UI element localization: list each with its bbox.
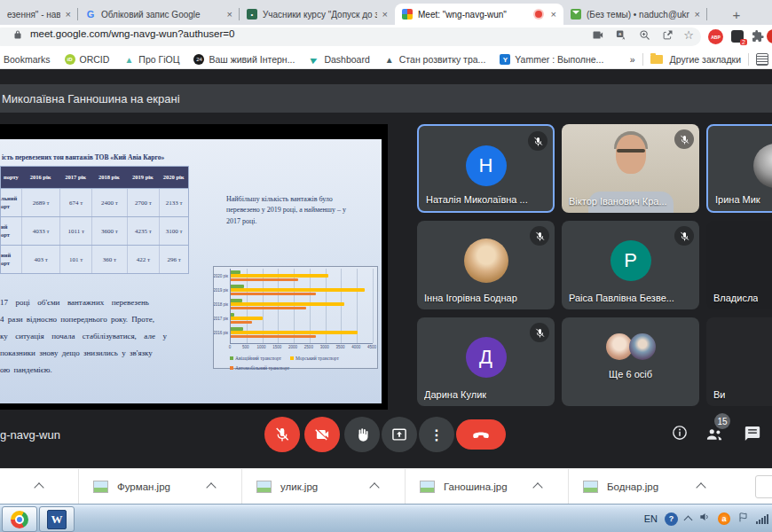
bookmark-label: Стан розвитку тра... [399, 54, 486, 65]
google-icon: G [85, 9, 96, 20]
image-file-icon [256, 481, 272, 493]
downloads-bar: Фурман.jpgулик.jpgГаношина.jpgБоднар.jpg [0, 468, 772, 504]
chart-legend: Авіаційний транспортМорський транспортАв… [230, 352, 375, 372]
browser-tab[interactable]: •Учасники курсу "Допуск до за [240, 4, 395, 25]
participant-tile[interactable]: PРаіса Павлівна Безве... [562, 221, 699, 309]
tab-close-icon[interactable] [695, 9, 700, 20]
taskbar-chrome-button[interactable] [2, 506, 37, 532]
bookmark-item[interactable]: iDORCID [65, 54, 110, 65]
chat-button[interactable] [744, 425, 761, 442]
help-tray-icon[interactable]: ? [665, 512, 678, 526]
new-tab-button[interactable]: + [726, 4, 747, 25]
tab-close-icon[interactable] [227, 9, 232, 20]
download-item[interactable]: Ганошина.jpg [405, 469, 568, 504]
url-text[interactable]: meet.google.com/wng-navg-wun?authuser=0 [30, 28, 234, 39]
meeting-details-button[interactable] [671, 424, 689, 442]
x-tick-label: 3000 [320, 345, 329, 349]
chevron-up-icon[interactable] [369, 482, 379, 492]
download-item[interactable]: Боднар.jpg [568, 469, 731, 504]
tab-close-icon[interactable] [382, 9, 388, 20]
bookmark-label: Dashboard [324, 54, 369, 65]
language-indicator[interactable]: EN [644, 513, 658, 524]
table-row: ий орт4033 т1011 т3600 т4235 т3100 т [1, 216, 188, 245]
bookmark-star-icon[interactable] [681, 27, 696, 42]
mic-muted-icon [674, 226, 694, 246]
table-cell: 101 т [59, 246, 91, 273]
bookmark-item[interactable]: YYammer : Выполне... [500, 54, 603, 65]
tab-title: езення" - навча [7, 10, 60, 20]
network-signal-icon[interactable] [756, 513, 768, 524]
translate-icon[interactable]: а [614, 27, 628, 42]
table-cell: 3100 т [159, 217, 188, 245]
image-file-icon [420, 481, 435, 493]
legend-swatch [290, 356, 294, 360]
more-options-button[interactable] [419, 417, 454, 452]
show-all-downloads-button[interactable] [755, 475, 772, 498]
meeting-code: g-navg-wun [0, 428, 60, 442]
participant-tile[interactable]: Ви [706, 317, 772, 406]
participant-tile[interactable]: ДДарина Кулик [417, 317, 555, 406]
avast-icon[interactable]: a [718, 512, 730, 525]
bookmark-item[interactable]: Bookmarks [4, 54, 51, 65]
zoom-icon[interactable] [637, 27, 651, 42]
presenting-banner-text: Миколаївна Ганношина на екрані [2, 92, 180, 106]
browser-tab[interactable]: езення" - навча [0, 4, 78, 25]
mic-mute-button[interactable] [264, 417, 300, 452]
shared-screen[interactable]: ість перевезених тон вантажів ТОВ «Кий А… [0, 124, 388, 410]
reading-list-icon[interactable] [756, 53, 768, 66]
bookmarks-overflow-icon[interactable]: » [630, 54, 635, 65]
bookmark-item[interactable]: 24Ваш живий Інтерн... [193, 54, 295, 65]
camera-in-use-icon[interactable] [590, 27, 604, 42]
participant-tile[interactable]: Ірина Мик [706, 124, 772, 213]
y-tick-label: 2016 рік [214, 331, 228, 335]
end-call-button[interactable] [456, 419, 506, 450]
other-bookmarks-label[interactable]: Другие закладки [670, 54, 741, 65]
chevron-up-icon[interactable] [206, 482, 216, 492]
taskbar-word-button[interactable]: W [39, 506, 75, 532]
table-body: льний орт2689 т674 т2400 т2700 т2133 тий… [1, 188, 188, 273]
present-screen-button[interactable] [382, 417, 417, 452]
chevron-up-icon[interactable] [532, 482, 542, 492]
tab-close-icon[interactable] [66, 9, 71, 20]
participant-name: Ірина Мик [715, 194, 760, 205]
extensions-puzzle-icon[interactable] [751, 29, 765, 43]
raise-hand-button[interactable] [344, 417, 380, 452]
tab-close-icon[interactable] [551, 9, 556, 20]
chevron-up-icon[interactable] [696, 482, 705, 492]
table-cell: 4235 т [127, 217, 160, 245]
participant-tile[interactable]: Владисла [706, 221, 772, 309]
download-filename: Боднар.jpg [607, 481, 658, 492]
profile-avatar[interactable] [767, 29, 772, 43]
camera-off-button[interactable] [304, 417, 340, 452]
download-item-partial[interactable] [0, 469, 78, 504]
participant-tile[interactable]: Інна Ігорівна Боднар [417, 221, 555, 309]
mail-icon [571, 9, 581, 20]
browser-tab[interactable]: GОбліковий запис Google [78, 4, 240, 25]
extension-icon[interactable]: 2 [731, 30, 744, 43]
participant-tile[interactable]: HНаталія Миколаївна ... [417, 124, 555, 213]
share-icon[interactable] [660, 27, 674, 42]
chevron-up-icon[interactable] [34, 482, 43, 492]
participant-name: Владисла [713, 293, 758, 303]
browser-tab[interactable]: (Без темы) • naduch@ukr.net [563, 4, 707, 25]
bookmark-item[interactable]: Dashboard [309, 54, 369, 65]
legend-item: Морський транспорт [290, 352, 339, 362]
download-item[interactable]: улик.jpg [241, 469, 405, 504]
browser-tab[interactable]: Meet: "wng-navg-wun" [395, 4, 563, 25]
chart-bar [231, 270, 240, 274]
tray-expand-icon[interactable] [684, 516, 693, 525]
participant-tile[interactable]: Віктор Іванович Кра... [562, 124, 699, 213]
participant-tile[interactable]: Ще 6 осіб [562, 317, 699, 406]
padlock-icon[interactable] [11, 27, 25, 42]
legend-label: Морський транспорт [295, 356, 339, 361]
action-center-flag-icon[interactable] [737, 511, 749, 527]
bookmark-item[interactable]: Стан розвитку тра... [384, 54, 486, 65]
cargo-table: порту2016 рік2017 рік2018 рік2019 рік202… [0, 166, 189, 274]
tab-title: (Без темы) • naduch@ukr.net [587, 10, 689, 20]
volume-icon[interactable] [698, 511, 711, 527]
bookmark-label: Про ГіОЦ [138, 54, 179, 65]
chart-plot-area [230, 269, 373, 344]
bookmark-item[interactable]: Про ГіОЦ [123, 54, 179, 65]
adblock-extension-icon[interactable]: ABP [708, 29, 723, 44]
download-item[interactable]: Фурман.jpg [78, 469, 241, 504]
